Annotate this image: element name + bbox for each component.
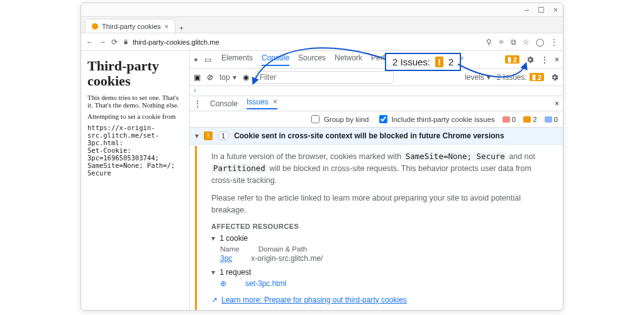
browser-toolbar: ← → ⟳ third-party-cookies.glitch.me ⚲ ✧ … xyxy=(81,33,563,51)
page-content: Third-party cookies This demo tries to s… xyxy=(81,51,189,310)
reload-button[interactable]: ⟳ xyxy=(111,38,118,47)
cookie-table: Name Domain & Path 3pc x-origin-src.glit… xyxy=(220,245,553,263)
url-text: third-party-cookies.glitch.me xyxy=(133,38,219,46)
levels-dropdown[interactable]: levels ▾ xyxy=(465,73,491,82)
tab-close-icon[interactable]: × xyxy=(165,23,169,30)
issues-body: ▾ ! 1 Cookie sent in cross-site context … xyxy=(190,128,563,310)
console-prompt[interactable]: › xyxy=(190,86,563,96)
new-tab-button[interactable]: + xyxy=(179,24,184,33)
window-max-button[interactable]: ☐ xyxy=(538,6,545,14)
chevron-down-icon: ▾ xyxy=(195,131,199,140)
affected-group-request[interactable]: ▾ 1 request xyxy=(211,268,553,277)
tab-strip: Third-party cookies × + xyxy=(81,17,563,33)
tab-favicon xyxy=(92,23,98,30)
gear-icon[interactable] xyxy=(550,73,559,82)
issue-paragraph: Please refer to the article linked to le… xyxy=(211,192,553,216)
issue-detail: In a future version of the browser, cook… xyxy=(190,145,563,310)
tab-elements[interactable]: Elements xyxy=(221,53,253,66)
inspect-icon[interactable]: ⌖ xyxy=(194,55,198,64)
devtools-panel: ⌖ ▭ Elements Console Sources Network Per… xyxy=(189,51,563,310)
affected-group-cookie[interactable]: ▾ 1 cookie xyxy=(211,234,553,243)
issue-paragraph: In a future version of the browser, cook… xyxy=(211,151,553,186)
tab-title: Third-party cookies xyxy=(102,23,161,30)
console-filterbar: ▣ ⊘ top ▾ ◉ levels ▾ 2 Issues: ▮ 2 xyxy=(190,69,563,86)
chevron-down-icon: ▾ xyxy=(211,268,215,277)
clear-console-icon[interactable]: ⊘ xyxy=(207,73,213,82)
live-expressions-icon[interactable]: ◉ xyxy=(243,73,249,82)
warning-icon: ! xyxy=(204,131,213,140)
bookmark-icon[interactable]: ☆ xyxy=(523,38,530,47)
issue-count: 1 xyxy=(218,131,229,140)
search-icon[interactable]: ⚲ xyxy=(486,38,492,47)
callout-count: 2 xyxy=(448,57,453,67)
request-link[interactable]: set-3pc.html xyxy=(245,279,286,288)
issue-count-red: 0 xyxy=(502,116,516,123)
share-icon[interactable]: ✧ xyxy=(498,38,504,47)
window-min-button[interactable]: – xyxy=(525,6,529,14)
address-bar[interactable]: third-party-cookies.glitch.me xyxy=(123,38,481,46)
devtools-close-icon[interactable]: × xyxy=(555,55,559,64)
drawer-menu-icon[interactable]: ⋮ xyxy=(194,99,201,108)
gear-icon[interactable] xyxy=(526,55,535,64)
drawer-header: ⋮ Console Issues × × xyxy=(190,96,563,111)
menu-icon[interactable]: ⋮ xyxy=(550,38,558,47)
context-selector[interactable]: top ▾ xyxy=(219,73,236,82)
browser-tab[interactable]: Third-party cookies × xyxy=(85,19,175,33)
chevron-down-icon: ▾ xyxy=(211,234,215,243)
page-paragraph: This demo tries to set one. That's it. T… xyxy=(87,94,183,109)
col-domain: Domain & Path xyxy=(258,245,307,253)
learn-more-row[interactable]: ↗ Learn more: Prepare for phasing out th… xyxy=(211,296,553,304)
tab-console[interactable]: Console xyxy=(262,53,289,66)
devtools-top: ⌖ ▭ Elements Console Sources Network Per… xyxy=(190,51,563,69)
warning-badge[interactable]: ▮ 2 xyxy=(505,55,519,64)
issues-subbar: Group by kind Include third-party cookie… xyxy=(190,111,563,128)
request-icon: ⊕ xyxy=(220,279,226,288)
device-icon[interactable]: ▭ xyxy=(204,55,211,64)
issue-count-blue: 0 xyxy=(545,116,558,123)
tab-sources[interactable]: Sources xyxy=(298,53,326,66)
devtools-menu-icon[interactable]: ⋮ xyxy=(541,55,548,64)
issue-row[interactable]: ▾ ! 1 Cookie sent in cross-site context … xyxy=(190,128,563,145)
lock-icon xyxy=(123,39,129,45)
include-third-party-checkbox[interactable]: Include third-party cookie issues xyxy=(377,113,495,125)
external-link-icon: ↗ xyxy=(211,296,218,304)
request-list: ⊕ set-3pc.html xyxy=(220,279,553,288)
avatar-icon[interactable]: ◯ xyxy=(536,38,544,47)
page-title: Third-party cookies xyxy=(87,58,183,89)
drawer-close-icon[interactable]: × xyxy=(555,99,559,108)
close-icon[interactable]: × xyxy=(273,97,277,106)
col-name: Name xyxy=(220,245,240,253)
issue-gutter xyxy=(195,146,209,310)
page-code: https://x-origin-src.glitch.me/set-3pc.h… xyxy=(87,124,183,177)
forward-button[interactable]: → xyxy=(99,38,106,47)
tab-network[interactable]: Network xyxy=(335,53,362,66)
warning-icon: ! xyxy=(435,57,443,67)
affected-resources-header: Affected resources xyxy=(211,223,553,230)
window-titlebar: – ☐ × xyxy=(81,3,563,17)
issue-title: Cookie sent in cross-site context will b… xyxy=(234,131,504,140)
annotation-callout: 2 Issues: ! 2 xyxy=(385,53,461,71)
issues-summary[interactable]: 2 Issues: ▮ 2 xyxy=(497,73,544,82)
cookie-name-link[interactable]: 3pc xyxy=(220,254,232,263)
callout-label: 2 Issues: xyxy=(392,57,430,67)
window-close-button[interactable]: × xyxy=(553,6,558,14)
issue-count-yellow: 2 xyxy=(523,116,536,123)
back-button[interactable]: ← xyxy=(86,38,94,47)
drawer-tab-console[interactable]: Console xyxy=(210,99,238,108)
sidebar-toggle-icon[interactable]: ▣ xyxy=(194,73,201,82)
extensions-icon[interactable]: ⧉ xyxy=(511,38,516,47)
page-paragraph: Attempting to set a cookie from xyxy=(87,113,183,120)
learn-more-link[interactable]: Learn more: Prepare for phasing out thir… xyxy=(221,296,407,304)
group-by-kind-checkbox[interactable]: Group by kind xyxy=(309,113,369,125)
browser-window: – ☐ × Third-party cookies × + ← → ⟳ thir… xyxy=(80,3,564,311)
filter-input[interactable] xyxy=(255,71,394,84)
drawer-tab-issues[interactable]: Issues × xyxy=(247,97,277,109)
cookie-domain: x-origin-src.glitch.me/ xyxy=(251,254,323,263)
